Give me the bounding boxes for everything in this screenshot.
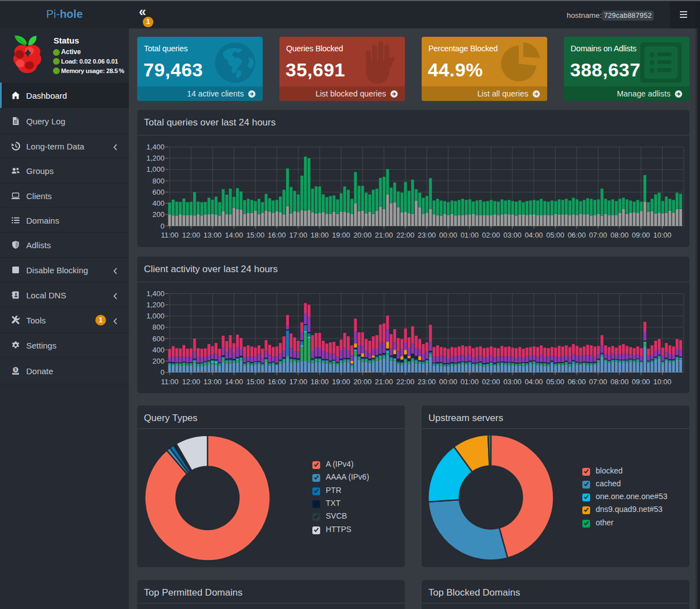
svg-text:16:00: 16:00 xyxy=(268,378,286,386)
svg-text:08:00: 08:00 xyxy=(610,231,629,239)
svg-text:03:00: 03:00 xyxy=(503,231,522,239)
svg-text:09:00: 09:00 xyxy=(632,378,650,386)
svg-text:0: 0 xyxy=(161,368,165,376)
svg-text:10:00: 10:00 xyxy=(653,231,672,239)
svg-text:01:00: 01:00 xyxy=(461,378,479,386)
svg-text:04:00: 04:00 xyxy=(525,378,543,386)
svg-text:07:00: 07:00 xyxy=(589,231,607,239)
svg-text:$: $ xyxy=(15,368,17,372)
svg-text:07:00: 07:00 xyxy=(589,378,607,386)
svg-text:11:00: 11:00 xyxy=(161,378,179,386)
svg-text:04:00: 04:00 xyxy=(525,231,543,239)
svg-text:02:00: 02:00 xyxy=(482,378,500,386)
svg-text:08:00: 08:00 xyxy=(610,378,629,386)
svg-text:1,000: 1,000 xyxy=(146,165,165,173)
svg-text:23:00: 23:00 xyxy=(418,378,436,386)
svg-text:23:00: 23:00 xyxy=(418,231,436,239)
svg-text:600: 600 xyxy=(152,188,165,196)
svg-text:12:00: 12:00 xyxy=(182,231,200,239)
svg-text:800: 800 xyxy=(152,323,165,331)
svg-text:400: 400 xyxy=(152,199,165,207)
svg-text:10:00: 10:00 xyxy=(653,378,672,386)
svg-text:14:00: 14:00 xyxy=(225,231,243,239)
svg-text:19:00: 19:00 xyxy=(332,231,350,239)
svg-text:06:00: 06:00 xyxy=(568,231,586,239)
svg-text:13:00: 13:00 xyxy=(204,231,222,239)
svg-text:06:00: 06:00 xyxy=(568,378,586,386)
svg-text:1,200: 1,200 xyxy=(146,301,165,309)
svg-text:17:00: 17:00 xyxy=(289,231,307,239)
svg-text:00:00: 00:00 xyxy=(439,231,457,239)
svg-text:22:00: 22:00 xyxy=(396,231,414,239)
svg-text:20:00: 20:00 xyxy=(354,378,372,386)
svg-text:18:00: 18:00 xyxy=(311,231,329,239)
svg-text:03:00: 03:00 xyxy=(503,378,522,386)
svg-text:800: 800 xyxy=(152,177,165,185)
svg-text:09:00: 09:00 xyxy=(632,231,650,239)
svg-text:18:00: 18:00 xyxy=(311,378,329,386)
svg-text:17:00: 17:00 xyxy=(289,378,307,386)
svg-text:12:00: 12:00 xyxy=(182,378,200,386)
svg-text:0: 0 xyxy=(161,222,165,230)
svg-text:14:00: 14:00 xyxy=(225,378,243,386)
svg-text:13:00: 13:00 xyxy=(204,378,222,386)
svg-text:15:00: 15:00 xyxy=(247,378,265,386)
svg-text:200: 200 xyxy=(152,357,165,365)
svg-text:200: 200 xyxy=(152,210,165,219)
svg-text:1,000: 1,000 xyxy=(146,312,165,320)
svg-text:02:00: 02:00 xyxy=(482,231,500,239)
svg-text:15:00: 15:00 xyxy=(247,231,265,239)
svg-text:22:00: 22:00 xyxy=(396,378,414,386)
svg-text:400: 400 xyxy=(152,346,165,354)
svg-text:1,400: 1,400 xyxy=(146,289,165,298)
svg-text:11:00: 11:00 xyxy=(161,231,179,239)
svg-text:21:00: 21:00 xyxy=(375,378,393,386)
svg-text:20:00: 20:00 xyxy=(354,231,372,239)
svg-text:01:00: 01:00 xyxy=(461,231,479,239)
svg-text:19:00: 19:00 xyxy=(332,378,350,386)
svg-text:05:00: 05:00 xyxy=(546,231,564,239)
svg-text:1,200: 1,200 xyxy=(146,154,165,162)
svg-text:00:00: 00:00 xyxy=(439,378,457,386)
svg-text:05:00: 05:00 xyxy=(546,378,564,386)
svg-text:1,400: 1,400 xyxy=(146,143,165,151)
svg-text:21:00: 21:00 xyxy=(375,231,393,239)
svg-text:16:00: 16:00 xyxy=(268,231,286,239)
svg-text:600: 600 xyxy=(152,335,165,343)
